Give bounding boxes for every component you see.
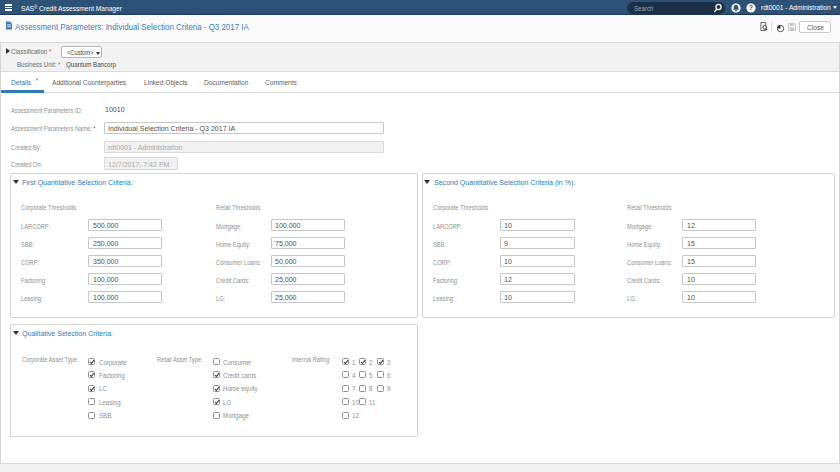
svg-text:?: ? xyxy=(748,4,752,11)
